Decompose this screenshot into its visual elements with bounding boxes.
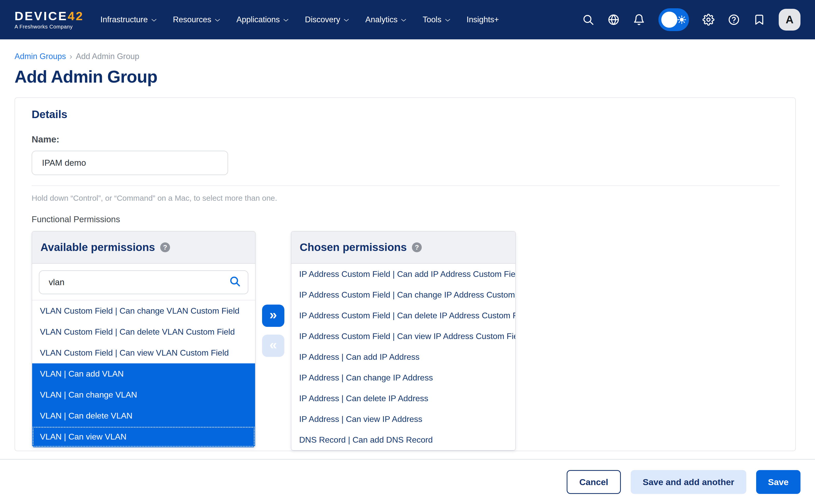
theme-toggle[interactable] — [659, 8, 689, 31]
available-permission-item[interactable]: VLAN Custom Field | Can change VLAN Cust… — [32, 300, 255, 321]
sun-icon — [677, 15, 687, 24]
settings-button[interactable] — [703, 14, 715, 26]
chevron-down-icon — [344, 18, 349, 22]
transfer-buttons: » « — [256, 231, 291, 357]
form-card: Details Name: Hold down “Control”, or “C… — [15, 97, 796, 451]
chevron-down-icon — [215, 18, 220, 22]
available-permission-item[interactable]: VLAN | Can change VLAN — [32, 384, 255, 405]
move-right-button[interactable]: » — [262, 305, 284, 327]
available-permission-item[interactable]: VLAN Custom Field | Can delete VLAN Cust… — [32, 321, 255, 342]
chosen-permissions-panel: Chosen permissions ? IP Address Custom F… — [291, 231, 516, 451]
bookmark-icon — [753, 14, 765, 26]
search-icon — [229, 276, 241, 287]
chevron-down-icon — [151, 18, 157, 22]
chosen-permission-item[interactable]: IP Address | Can add IP Address — [291, 347, 515, 367]
available-permissions-header: Available permissions ? — [32, 232, 255, 264]
available-permission-item[interactable]: VLAN Custom Field | Can view VLAN Custom… — [32, 342, 255, 363]
avatar[interactable]: A — [779, 9, 800, 31]
chosen-permission-item[interactable]: IP Address Custom Field | Can view IP Ad… — [291, 326, 515, 347]
notifications-button[interactable] — [633, 14, 645, 26]
brand-text: DEVICE42 — [15, 10, 84, 22]
name-label: Name: — [32, 134, 780, 145]
help-icon[interactable]: ? — [160, 242, 170, 252]
available-permission-item[interactable]: VLAN | Can view VLAN — [32, 426, 255, 447]
chosen-permissions-list: IP Address Custom Field | Can add IP Add… — [291, 264, 515, 450]
available-permissions-panel: Available permissions ? VLAN Custom Fiel… — [32, 231, 256, 448]
brand-tagline: A Freshworks Company — [15, 24, 84, 30]
search-icon — [582, 14, 594, 26]
breadcrumb-separator: › — [69, 52, 72, 61]
help-icon[interactable]: ? — [412, 242, 422, 252]
chevron-down-icon — [401, 18, 406, 22]
chosen-permission-item[interactable]: IP Address Custom Field | Can delete IP … — [291, 305, 515, 326]
main-menu: Infrastructure Resources Applications Di… — [100, 15, 499, 24]
details-heading: Details — [32, 108, 780, 121]
nav-item-infrastructure[interactable]: Infrastructure — [100, 15, 157, 24]
chevron-down-icon — [445, 18, 450, 22]
footer-actions: Cancel Save and add another Save — [0, 460, 815, 494]
globe-icon — [607, 14, 620, 26]
breadcrumb-link-admin-groups[interactable]: Admin Groups — [15, 52, 66, 61]
save-and-add-another-button[interactable]: Save and add another — [631, 470, 746, 494]
top-navigation-bar: DEVICE42 A Freshworks Company Infrastruc… — [0, 0, 815, 39]
bell-icon — [633, 14, 645, 26]
search-button[interactable] — [582, 14, 594, 26]
chosen-permissions-header: Chosen permissions ? — [291, 232, 515, 264]
gear-icon — [703, 14, 715, 26]
nav-item-insights[interactable]: Insights+ — [467, 15, 499, 24]
chosen-permission-item[interactable]: IP Address Custom Field | Can change IP … — [291, 284, 515, 305]
page-title: Add Admin Group — [15, 67, 800, 87]
nav-actions: A — [582, 8, 800, 31]
section-divider — [32, 185, 780, 186]
nav-item-analytics[interactable]: Analytics — [365, 15, 406, 24]
multi-select-hint: Hold down “Control”, or “Command” on a M… — [32, 194, 780, 203]
main-content: Admin Groups › Add Admin Group Add Admin… — [0, 39, 815, 451]
help-icon — [728, 14, 740, 26]
available-permission-item[interactable]: VLAN | Can add VLAN — [32, 363, 255, 384]
chosen-permission-item[interactable]: IP Address Custom Field | Can add IP Add… — [291, 264, 515, 284]
chosen-permission-item[interactable]: IP Address | Can view IP Address — [291, 409, 515, 429]
nav-item-resources[interactable]: Resources — [173, 15, 220, 24]
help-button[interactable] — [728, 14, 740, 26]
permissions-search-input[interactable] — [39, 270, 248, 294]
bookmarks-button[interactable] — [753, 14, 765, 26]
available-permissions-title: Available permissions — [40, 241, 155, 254]
cancel-button[interactable]: Cancel — [567, 470, 621, 494]
breadcrumb-current: Add Admin Group — [76, 52, 139, 61]
chosen-permission-item[interactable]: DNS Record | Can add DNS Record — [291, 429, 515, 450]
permissions-transfer-widget: Available permissions ? VLAN Custom Fiel… — [32, 231, 780, 451]
chosen-permission-item[interactable]: IP Address | Can delete IP Address — [291, 388, 515, 409]
nav-item-tools[interactable]: Tools — [423, 15, 450, 24]
permissions-search — [32, 264, 255, 300]
functional-permissions-label: Functional Permissions — [32, 214, 780, 224]
nav-item-discovery[interactable]: Discovery — [305, 15, 349, 24]
toggle-knob — [661, 12, 677, 28]
device42-logo[interactable]: DEVICE42 A Freshworks Company — [15, 10, 84, 30]
chosen-permission-item[interactable]: IP Address | Can change IP Address — [291, 367, 515, 388]
nav-item-applications[interactable]: Applications — [237, 15, 289, 24]
move-left-button[interactable]: « — [262, 335, 284, 357]
save-button[interactable]: Save — [756, 470, 800, 494]
available-permissions-list: VLAN Custom Field | Can change VLAN Cust… — [32, 300, 255, 447]
available-permission-item[interactable]: VLAN | Can delete VLAN — [32, 405, 255, 426]
chosen-permissions-title: Chosen permissions — [300, 241, 407, 254]
chevron-down-icon — [283, 18, 289, 22]
name-input[interactable] — [32, 151, 228, 175]
breadcrumb: Admin Groups › Add Admin Group — [15, 52, 800, 61]
language-button[interactable] — [607, 14, 620, 26]
